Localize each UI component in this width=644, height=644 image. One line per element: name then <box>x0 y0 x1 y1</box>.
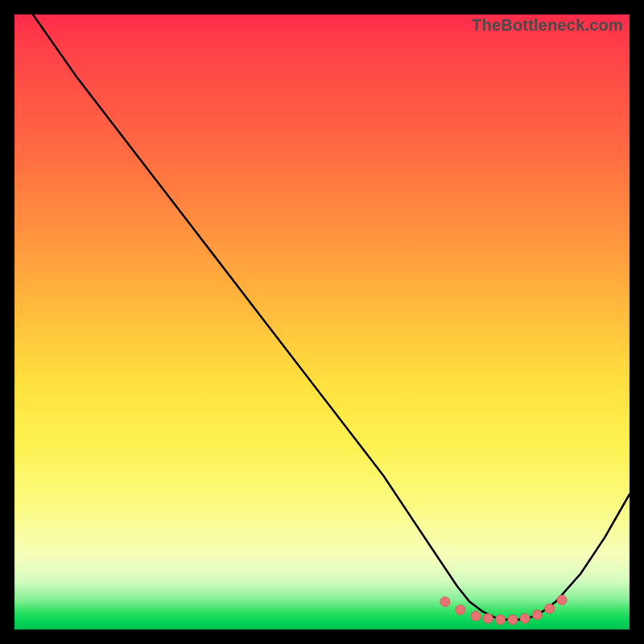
plot-area: TheBottleneck.com <box>14 14 630 630</box>
marker-dot <box>496 615 506 625</box>
marker-dot <box>456 605 465 615</box>
watermark-text: TheBottleneck.com <box>472 16 623 35</box>
marker-dot <box>471 611 481 621</box>
marker-dot <box>508 615 518 625</box>
minimum-markers <box>440 595 567 625</box>
marker-dot <box>440 597 450 607</box>
chart-frame: TheBottleneck.com <box>14 14 630 630</box>
marker-dot <box>532 610 542 620</box>
marker-dot <box>545 604 555 613</box>
chart-svg <box>14 14 630 630</box>
marker-dot <box>483 613 493 623</box>
bottleneck-curve <box>33 14 630 620</box>
marker-dot <box>557 595 567 605</box>
marker-dot <box>520 613 530 623</box>
